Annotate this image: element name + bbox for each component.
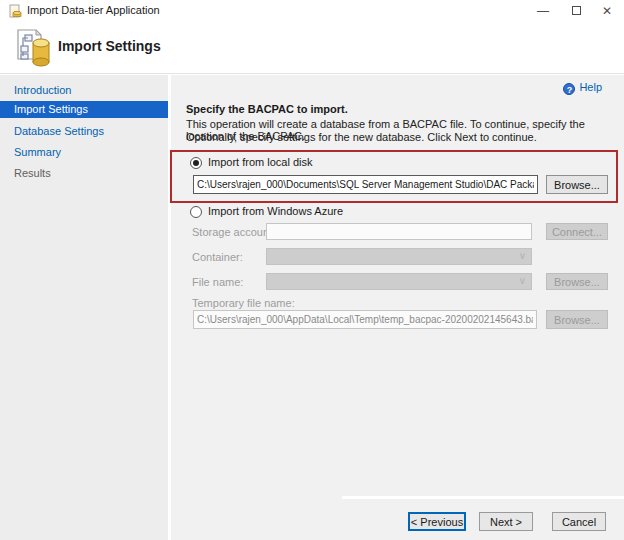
file-name-dropdown: ∨ <box>266 273 532 290</box>
temporary-file-input <box>193 310 537 329</box>
wizard-body: Introduction Import Settings Database Se… <box>0 75 624 540</box>
storage-account-input <box>266 223 532 240</box>
help-icon: ? <box>563 83 575 95</box>
import-settings-icon <box>12 26 56 70</box>
import-local-disk-radio[interactable] <box>190 157 202 169</box>
connect-button: Connect... <box>546 223 608 240</box>
previous-button[interactable]: < Previous <box>408 512 466 531</box>
maximize-icon <box>572 6 581 15</box>
container-label: Container: <box>192 251 243 263</box>
import-azure-radio[interactable] <box>190 206 202 218</box>
import-data-tier-application-dialog: Import Data-tier Application — ✕ Import … <box>0 0 624 540</box>
next-button[interactable]: Next > <box>479 512 533 531</box>
help-link[interactable]: ?Help <box>563 81 602 95</box>
import-settings-panel: ?Help Specify the BACPAC to import. This… <box>171 75 624 540</box>
sidebar-item-import-settings[interactable]: Import Settings <box>0 101 168 118</box>
section-heading: Specify the BACPAC to import. <box>186 103 348 115</box>
import-local-disk-label[interactable]: Import from local disk <box>208 156 313 168</box>
storage-account-label: Storage account: <box>192 226 275 238</box>
browse-local-button[interactable]: Browse... <box>546 175 608 194</box>
page-title: Import Settings <box>58 38 161 54</box>
chevron-down-icon: ∨ <box>519 275 526 286</box>
sidebar-item-introduction[interactable]: Introduction <box>0 82 168 99</box>
maximize-button[interactable] <box>561 0 591 22</box>
cancel-button[interactable]: Cancel <box>552 512 606 531</box>
sidebar-item-database-settings[interactable]: Database Settings <box>0 123 168 140</box>
temporary-file-label: Temporary file name: <box>192 297 295 309</box>
sidebar-item-results: Results <box>0 165 168 182</box>
app-icon <box>8 4 22 18</box>
chevron-down-icon: ∨ <box>519 250 526 261</box>
footer-divider <box>342 496 624 499</box>
browse-temp-button: Browse... <box>546 310 608 329</box>
file-name-label: File name: <box>192 276 243 288</box>
minimize-button[interactable]: — <box>528 0 558 22</box>
window-title: Import Data-tier Application <box>27 4 160 16</box>
bacpac-path-input[interactable] <box>193 175 538 194</box>
import-azure-label[interactable]: Import from Windows Azure <box>208 205 343 217</box>
wizard-steps-sidebar: Introduction Import Settings Database Se… <box>0 75 168 540</box>
help-label: Help <box>579 81 602 93</box>
close-button[interactable]: ✕ <box>592 0 622 22</box>
wizard-header: Import Settings <box>0 22 624 74</box>
section-description-line2: Optionally, specify settings for the new… <box>186 131 621 143</box>
container-dropdown: ∨ <box>266 248 532 265</box>
browse-azure-button: Browse... <box>546 273 608 290</box>
title-bar: Import Data-tier Application — ✕ <box>0 0 624 22</box>
sidebar-item-summary[interactable]: Summary <box>0 144 168 161</box>
